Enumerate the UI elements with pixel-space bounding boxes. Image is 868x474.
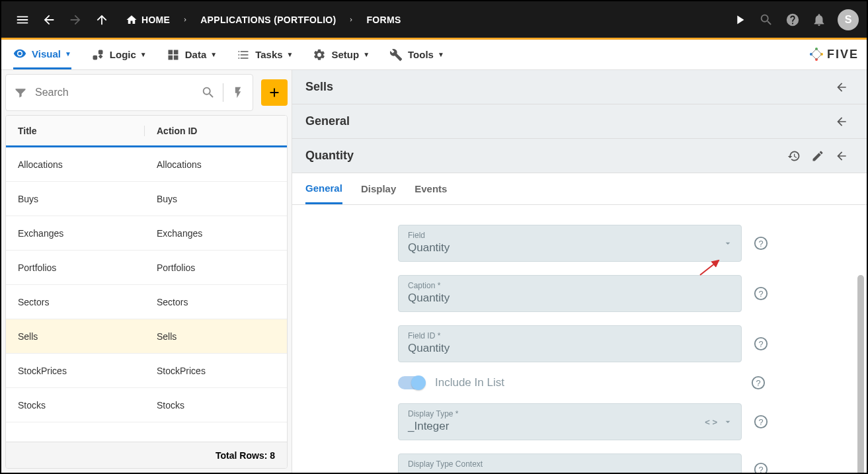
menu-label: Tasks [255,49,282,60]
table-row[interactable]: AllocationsAllocations [6,147,287,182]
right-panel: Sells General Quantity General Display E… [292,70,867,473]
field-label: Caption * [408,281,732,290]
tab-events[interactable]: Events [414,174,447,204]
forward-icon [62,7,89,33]
crumb-forms[interactable]: FORMS [366,15,401,25]
table-row[interactable]: BuysBuys [6,182,287,216]
avatar[interactable]: S [838,9,859,30]
help-icon[interactable]: ? [754,236,768,251]
up-icon[interactable] [89,7,115,33]
table-header: Title Action ID [6,116,287,147]
menu-visual[interactable]: Visual▼ [13,40,71,69]
field-value: Quantity [408,241,732,255]
home-icon[interactable] [126,14,141,26]
search-top-icon[interactable] [753,7,779,33]
svg-text:?: ? [758,417,763,427]
table-footer: Total Rows: 8 [6,442,287,468]
help-icon[interactable]: ? [754,462,768,473]
section-title: General [305,114,350,128]
help-icon[interactable] [779,7,806,33]
tabs: General Display Events [292,173,867,205]
menu-label: Logic [110,49,136,60]
field-title: Quantity [305,149,354,163]
svg-text:?: ? [758,339,763,349]
chevron-down-icon: ▼ [363,51,370,58]
field-value: _Integer [408,420,732,433]
col-title[interactable]: Title [6,126,145,136]
include-toggle[interactable] [398,376,424,389]
help-icon[interactable]: ? [754,286,768,301]
topbar: HOME APPLICATIONS (PORTFOLIO) FORMS S [1,1,867,40]
header-quantity: Quantity [292,139,867,173]
menu-label: Visual [32,48,61,59]
code-icon: < > [705,417,717,427]
chevron-right-icon [182,17,188,23]
header-general: General [292,104,867,139]
crumb-home[interactable]: HOME [141,15,170,25]
field-label: Field ID * [408,331,732,340]
menu-tools[interactable]: Tools▼ [389,40,444,69]
svg-text:?: ? [758,239,763,249]
form-area: Field Quantity ? Caption * Quantity ? Fi… [292,205,867,473]
history-icon[interactable] [782,144,806,168]
search-icon[interactable] [200,85,216,100]
field-value: Quantity [408,342,732,355]
play-icon[interactable] [727,7,753,33]
help-icon[interactable]: ? [751,375,766,390]
menu-tasks[interactable]: Tasks▼ [237,40,293,69]
back-arrow-icon[interactable] [830,75,853,99]
menu-data[interactable]: Data▼ [167,40,217,69]
table-row[interactable]: PortfoliosPortfolios [6,251,287,285]
page-title: Sells [305,80,333,94]
edit-icon[interactable] [806,144,830,168]
back-arrow-icon[interactable] [830,110,853,134]
menu-logic[interactable]: Logic▼ [91,40,147,69]
help-icon[interactable]: ? [754,415,768,429]
forms-table: Title Action ID AllocationsAllocations B… [5,115,288,469]
bell-icon[interactable] [806,7,832,33]
header-sells: Sells [292,70,867,104]
svg-text:?: ? [756,378,760,388]
tab-general[interactable]: General [305,174,342,204]
help-icon[interactable]: ? [754,336,768,351]
menubar: Visual▼ Logic▼ Data▼ Tasks▼ Setup▼ Tools… [1,40,867,70]
field-label: Display Type Context [408,459,732,469]
logo: FIVE [809,46,859,62]
filter-icon[interactable] [13,85,28,100]
table-row[interactable]: StockPricesStockPrices [6,354,287,388]
tab-display[interactable]: Display [361,174,396,204]
menu-label: Setup [331,49,359,60]
chevron-down-icon: ▼ [438,51,444,58]
field-value: Quantity [408,292,732,305]
menu-label: Tools [408,49,434,60]
breadcrumb: HOME APPLICATIONS (PORTFOLIO) FORMS [126,14,401,26]
table-row[interactable]: SectorsSectors [6,285,287,319]
crumb-apps[interactable]: APPLICATIONS (PORTFOLIO) [200,15,336,25]
field-label: Display Type * [408,409,732,418]
search-input[interactable] [28,87,200,99]
chevron-down-icon: ▼ [65,50,71,58]
field-dropdown[interactable]: Field Quantity [398,225,742,262]
displaytype-dropdown[interactable]: Display Type * _Integer < > [398,403,742,440]
table-body: AllocationsAllocations BuysBuys Exchange… [6,147,287,442]
chevron-down-icon: ▼ [210,51,217,58]
caption-input[interactable]: Caption * Quantity [398,275,742,312]
bolt-icon[interactable] [230,85,246,100]
toggle-label: Include In List [435,376,739,389]
table-row[interactable]: ExchangesExchanges [6,216,287,251]
context-input[interactable]: Display Type Context [398,454,742,473]
logo-text: FIVE [827,48,859,61]
back-arrow-icon[interactable] [830,144,853,168]
chevron-down-icon [723,238,733,249]
back-icon[interactable] [36,7,62,33]
table-row[interactable]: StocksStocks [6,388,287,422]
add-button[interactable] [261,79,288,106]
chevron-right-icon [348,17,354,23]
fieldid-input[interactable]: Field ID * Quantity [398,325,742,362]
menu-icon[interactable] [9,7,36,33]
scrollbar[interactable] [857,275,864,474]
table-row[interactable]: SellsSells [6,319,287,354]
col-action[interactable]: Action ID [145,126,287,136]
menu-setup[interactable]: Setup▼ [313,40,370,69]
svg-text:?: ? [758,465,763,473]
